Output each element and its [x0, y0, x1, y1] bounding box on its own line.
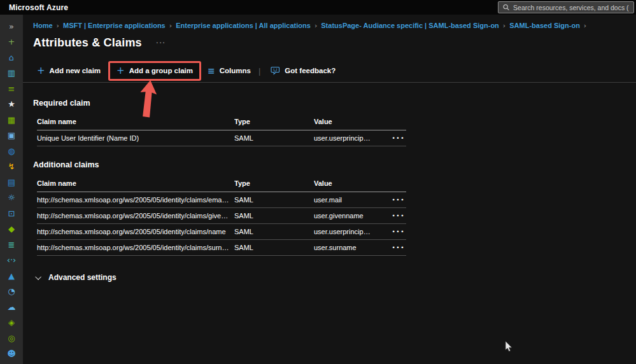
table-row[interactable]: http://schemas.xmlsoap.org/ws/2005/05/id… [37, 192, 406, 208]
add-group-claim-button[interactable]: + Add a group claim [113, 64, 197, 78]
row-context-menu-icon[interactable]: ••• [378, 197, 406, 203]
security-center-icon: ◈ [8, 318, 15, 326]
breadcrumb-link[interactable]: MSFT | Enterprise applications [63, 22, 166, 29]
sidebar-item-create-a-resource[interactable]: + [0, 34, 23, 50]
load-balancers-icon: ◆ [8, 225, 15, 233]
app-title: Microsoft Azure [9, 3, 68, 12]
sidebar-item-virtual-networks[interactable]: ‹·› [0, 253, 23, 269]
function-app-icon: ↯ [8, 162, 15, 171]
search-input[interactable] [513, 4, 629, 11]
sidebar-item-storage-accounts[interactable]: ≣ [0, 237, 23, 253]
feedback-label: Got feedback? [285, 67, 336, 74]
toolbar-divider: | [258, 66, 260, 76]
cosmos-db-icon: ☼ [8, 193, 15, 202]
dashboard-icon: ▥ [8, 69, 15, 77]
top-bar: Microsoft Azure [0, 0, 636, 15]
column-header: Value [314, 179, 378, 187]
row-context-menu-icon[interactable]: ••• [378, 135, 406, 141]
sidebar-item-resource-groups[interactable]: ▣ [0, 128, 23, 144]
column-header: Type [234, 118, 314, 125]
table-header-row: Claim nameTypeValue [37, 113, 406, 130]
column-header: Type [234, 179, 314, 187]
additional-claims-table: Claim nameTypeValuehttp://schemas.xmlsoa… [37, 175, 406, 256]
cell-type: SAML [234, 212, 314, 220]
sidebar-item-monitor[interactable]: ◔ [0, 284, 23, 300]
columns-label: Columns [220, 67, 251, 74]
row-context-menu-icon[interactable]: ••• [378, 244, 406, 251]
storage-accounts-icon: ≣ [8, 241, 15, 249]
cell-value: user.userprincipalname [... [314, 134, 378, 142]
resource-groups-icon: ▣ [8, 131, 15, 139]
columns-button[interactable]: ≡ Columns [204, 64, 255, 78]
plus-icon: + [37, 66, 45, 76]
cell-value: user.surname [314, 244, 378, 251]
main-content: Home›MSFT | Enterprise applications›Ente… [23, 15, 636, 364]
sidebar-item-sql-databases[interactable]: ▤ [0, 174, 23, 190]
sidebar-item-dashboard[interactable]: ▥ [0, 66, 23, 81]
page-context-menu-icon[interactable]: ··· [156, 38, 166, 48]
advanced-settings-toggle[interactable]: Advanced settings [37, 273, 636, 282]
table-row[interactable]: http://schemas.xmlsoap.org/ws/2005/05/id… [37, 208, 406, 224]
add-group-claim-label: Add a group claim [129, 67, 193, 74]
sidebar-item-home[interactable]: ⌂ [0, 50, 23, 66]
sql-databases-icon: ▤ [8, 178, 15, 186]
add-new-claim-button[interactable]: + Add new claim [33, 64, 104, 78]
required-claim-heading: Required claim [33, 99, 406, 108]
breadcrumb-link[interactable]: Home [33, 22, 53, 29]
row-context-menu-icon[interactable]: ••• [378, 213, 406, 219]
sidebar-item-cost-management[interactable]: ◎ [0, 330, 23, 346]
azure-active-directory-icon: ▲ [8, 272, 15, 280]
cost-management-icon: ◎ [8, 334, 15, 342]
toolbar-separator [23, 82, 636, 83]
breadcrumb-separator-icon: › [314, 22, 317, 30]
sidebar-item-all-resources[interactable]: ▦ [0, 112, 23, 128]
home-icon: ⌂ [9, 53, 14, 62]
sidebar-item-security-center[interactable]: ◈ [0, 315, 23, 331]
left-sidebar: »+⌂▥≡★▦▣◍↯▤☼⊡◆≣‹·›▲◔☁◈◎☻ [0, 15, 23, 364]
sidebar-item-favorites[interactable]: ★ [0, 97, 23, 113]
cell-value: user.givenname [314, 212, 378, 220]
command-bar: + Add new claim + Add a group claim ≡ Co… [33, 61, 636, 80]
cell-value: user.mail [314, 196, 378, 204]
add-new-claim-label: Add new claim [50, 67, 101, 74]
virtual-machines-icon: ⊡ [8, 209, 15, 218]
table-row[interactable]: Unique User Identifier (Name ID)SAMLuser… [37, 130, 406, 146]
column-header: Claim name [37, 179, 234, 187]
global-search[interactable] [498, 1, 634, 13]
table-row[interactable]: http://schemas.xmlsoap.org/ws/2005/05/id… [37, 224, 406, 240]
sidebar-item-app-services[interactable]: ◍ [0, 143, 23, 159]
table-row[interactable]: http://schemas.xmlsoap.org/ws/2005/05/id… [37, 240, 406, 256]
sidebar-item-function-app[interactable]: ↯ [0, 159, 23, 175]
virtual-networks-icon: ‹·› [7, 256, 17, 264]
chevron-down-icon [35, 274, 41, 280]
row-context-menu-icon[interactable]: ••• [378, 228, 406, 235]
create-a-resource-icon: + [8, 38, 15, 46]
breadcrumb-link[interactable]: Enterprise applications | All applicatio… [176, 22, 311, 29]
additional-claims-section: Additional claims Claim nameTypeValuehtt… [37, 160, 406, 256]
collapse-sidebar-icon: » [9, 22, 14, 31]
sidebar-item-collapse-sidebar[interactable]: » [0, 18, 23, 34]
sidebar-item-load-balancers[interactable]: ◆ [0, 221, 23, 237]
sidebar-item-virtual-machines[interactable]: ⊡ [0, 206, 23, 221]
sidebar-item-azure-active-directory[interactable]: ▲ [0, 268, 23, 284]
advanced-settings-label: Advanced settings [48, 273, 117, 282]
sidebar-item-advisor[interactable]: ☁ [0, 299, 23, 315]
required-claim-section: Required claim Claim nameTypeValueUnique… [37, 99, 406, 146]
cell-type: SAML [234, 134, 314, 142]
cell-type: SAML [234, 196, 314, 204]
sidebar-item-help-support[interactable]: ☻ [0, 346, 23, 362]
cell-claim-name: http://schemas.xmlsoap.org/ws/2005/05/id… [37, 212, 234, 220]
cell-type: SAML [234, 244, 314, 251]
breadcrumb-link[interactable]: SAML-based Sign-on [509, 22, 580, 29]
annotation-highlight-box: + Add a group claim [108, 61, 201, 81]
sidebar-item-all-services[interactable]: ≡ [0, 81, 23, 97]
breadcrumb: Home›MSFT | Enterprise applications›Ente… [33, 22, 636, 30]
cell-claim-name: http://schemas.xmlsoap.org/ws/2005/05/id… [37, 244, 234, 251]
cell-type: SAML [234, 228, 314, 235]
sidebar-item-cosmos-db[interactable]: ☼ [0, 190, 23, 206]
breadcrumb-link[interactable]: StatusPage- Audiance specific | SAML-bas… [321, 22, 499, 29]
feedback-button[interactable]: Got feedback? [267, 64, 339, 78]
additional-claims-heading: Additional claims [33, 160, 406, 169]
table-header-row: Claim nameTypeValue [37, 175, 406, 192]
cell-claim-name: Unique User Identifier (Name ID) [37, 134, 234, 142]
